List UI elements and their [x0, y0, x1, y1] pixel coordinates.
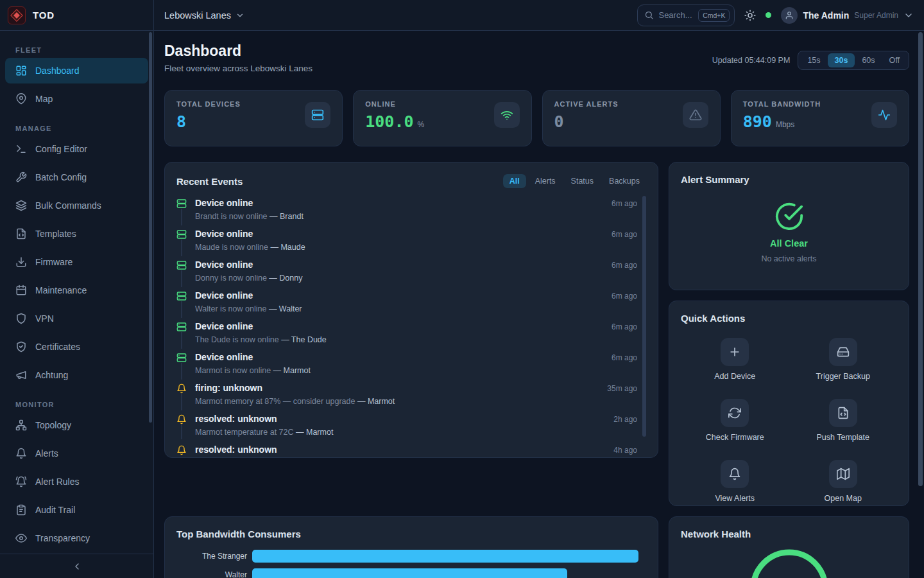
sidebar-item-firmware[interactable]: Firmware: [5, 249, 148, 275]
clipboard-icon: [15, 504, 27, 516]
search-box[interactable]: Cmd+K: [637, 4, 735, 26]
sidebar-item-certificates[interactable]: Certificates: [5, 334, 148, 360]
sidebar-item-map[interactable]: Map: [5, 86, 148, 112]
wrench-icon: [15, 171, 27, 183]
theme-toggle-button[interactable]: [744, 10, 756, 21]
app-logo-icon[interactable]: [8, 6, 26, 24]
events-tab-all[interactable]: All: [503, 174, 526, 188]
search-input[interactable]: [658, 10, 694, 20]
bandwidth-device-label: The Stranger: [176, 552, 247, 561]
search-shortcut-badge: Cmd+K: [698, 9, 730, 22]
refresh-option-off[interactable]: Off: [882, 53, 907, 67]
sidebar-item-label: Bulk Commands: [35, 200, 101, 211]
refresh-option-60s[interactable]: 60s: [855, 53, 882, 67]
alert-summary-status: All Clear: [770, 238, 808, 249]
stat-suffix: %: [418, 120, 425, 129]
sidebar-item-config-editor[interactable]: Config Editor: [5, 136, 148, 162]
org-switcher[interactable]: Lebowski Lanes: [164, 10, 244, 21]
server-icon: [176, 291, 187, 301]
refresh-option-30s[interactable]: 30s: [828, 53, 855, 67]
event-description: Marmot temperature at 72C — Marmot: [195, 427, 605, 437]
sidebar-item-templates[interactable]: Templates: [5, 221, 148, 247]
sidebar-item-dashboard[interactable]: Dashboard: [5, 58, 148, 83]
events-tab-alerts[interactable]: Alerts: [529, 174, 562, 188]
quick-action-push-template[interactable]: Push Template: [817, 399, 869, 442]
stat-value: 100.0: [365, 112, 413, 131]
refresh-option-15s[interactable]: 15s: [800, 53, 827, 67]
nav-section-label: FLEET: [15, 46, 138, 54]
sidebar-item-bulk-commands[interactable]: Bulk Commands: [5, 193, 148, 218]
events-scrollbar-thumb[interactable]: [642, 196, 646, 437]
server-icon: [176, 353, 187, 363]
stat-value: 8: [176, 112, 186, 131]
quick-actions-grid: Add Device Trigger Backup Check Firmware: [681, 338, 897, 503]
sidebar-nav: FLEET Dashboard Map: [0, 31, 153, 554]
quick-action-view-alerts[interactable]: View Alerts: [715, 460, 755, 503]
event-row[interactable]: Device online Marmot is now online — Mar…: [176, 349, 646, 380]
bandwidth-title: Top Bandwidth Consumers: [176, 529, 646, 539]
main-scrollbar-thumb[interactable]: [918, 32, 923, 486]
quick-action-check-firmware[interactable]: Check Firmware: [706, 399, 764, 442]
topbar: TOD Lebowski Lanes Cmd+K: [0, 0, 924, 31]
bell-icon: [721, 460, 749, 488]
event-time: 6m ago: [612, 261, 637, 270]
event-row[interactable]: resolved: unknown Marmot temperature at …: [176, 410, 646, 441]
event-row[interactable]: Device online Brandt is now online — Bra…: [176, 195, 646, 225]
event-device: — Donny: [269, 274, 302, 283]
nav-section-label: MANAGE: [15, 125, 138, 132]
wifi-icon: [494, 102, 520, 128]
sidebar-item-alerts[interactable]: Alerts: [5, 441, 148, 466]
sidebar-item-achtung[interactable]: Achtung: [5, 362, 148, 388]
stat-card-online: ONLINE 100.0 %: [353, 90, 531, 146]
events-tab-status[interactable]: Status: [565, 174, 600, 188]
shield-check-icon: [15, 341, 27, 353]
search-icon: [644, 10, 654, 20]
quick-action-open-map[interactable]: Open Map: [825, 460, 862, 503]
sidebar-item-alert-rules[interactable]: Alert Rules: [5, 469, 148, 495]
sidebar-item-topology[interactable]: Topology: [5, 412, 148, 438]
sidebar-collapse-button[interactable]: [72, 561, 82, 572]
event-description: Brandt is now online — Brandt: [195, 211, 603, 222]
main-grid-row-2: Top Bandwidth Consumers The Stranger Wal…: [164, 516, 909, 578]
brand: TOD: [0, 0, 154, 30]
sidebar-item-label: Topology: [35, 420, 71, 430]
terminal-icon: [15, 143, 27, 155]
event-row[interactable]: Device online The Dude is now online — T…: [176, 318, 646, 349]
event-row[interactable]: Device online Walter is now online — Wal…: [176, 287, 646, 318]
event-device: — Brandt: [270, 212, 304, 221]
event-row[interactable]: firing: unknown Marmot memory at 87% — c…: [176, 380, 646, 410]
bandwidth-bar: [252, 550, 638, 563]
quick-action-add-device[interactable]: Add Device: [714, 338, 755, 381]
alert-summary-card: Alert Summary All Clear No active alerts: [669, 162, 909, 290]
alert-triangle-icon: [683, 102, 708, 128]
user-menu[interactable]: The Admin Super Admin: [781, 7, 914, 24]
calendar-icon: [15, 285, 27, 296]
sidebar-item-label: Map: [35, 94, 53, 104]
sidebar-item-audit-trail[interactable]: Audit Trail: [5, 497, 148, 523]
sidebar-item-label: VPN: [35, 313, 54, 324]
recent-events-title: Recent Events: [176, 176, 243, 187]
stat-label: TOTAL BANDWIDTH: [743, 100, 821, 108]
events-tab-backups[interactable]: Backups: [603, 174, 646, 188]
main-content: Dashboard Fleet overview across Lebowski…: [154, 31, 924, 578]
event-title: firing: unknown: [195, 383, 599, 394]
event-row[interactable]: Device online Maude is now online — Maud…: [176, 225, 646, 256]
quick-action-trigger-backup[interactable]: Trigger Backup: [816, 338, 870, 381]
sidebar-item-vpn[interactable]: VPN: [5, 306, 148, 331]
sidebar-item-batch-config[interactable]: Batch Config: [5, 164, 148, 190]
stat-card-active-alerts: ACTIVE ALERTS 0: [542, 90, 721, 146]
map-pin-icon: [15, 93, 27, 105]
stat-card-total-bandwidth: TOTAL BANDWIDTH 890 Mbps: [731, 90, 909, 146]
eye-icon: [15, 532, 27, 544]
event-row[interactable]: Device online Donny is now online — Donn…: [176, 256, 646, 287]
event-row[interactable]: resolved: unknown 4h ago: [176, 441, 646, 456]
user-icon: [785, 11, 794, 20]
sidebar-item-maintenance[interactable]: Maintenance: [5, 277, 148, 303]
sidebar-item-label: Audit Trail: [35, 505, 75, 515]
sidebar-item-label: Transparency: [35, 533, 90, 543]
sidebar-item-transparency[interactable]: Transparency: [5, 525, 148, 551]
topbar-right: Cmd+K The Admin Super Admin: [637, 4, 914, 26]
events-list: Device online Brandt is now online — Bra…: [176, 195, 646, 456]
sidebar-scrollbar-thumb[interactable]: [149, 32, 152, 423]
main-grid-row-1: Recent Events All Alerts Status Backups: [164, 162, 909, 506]
